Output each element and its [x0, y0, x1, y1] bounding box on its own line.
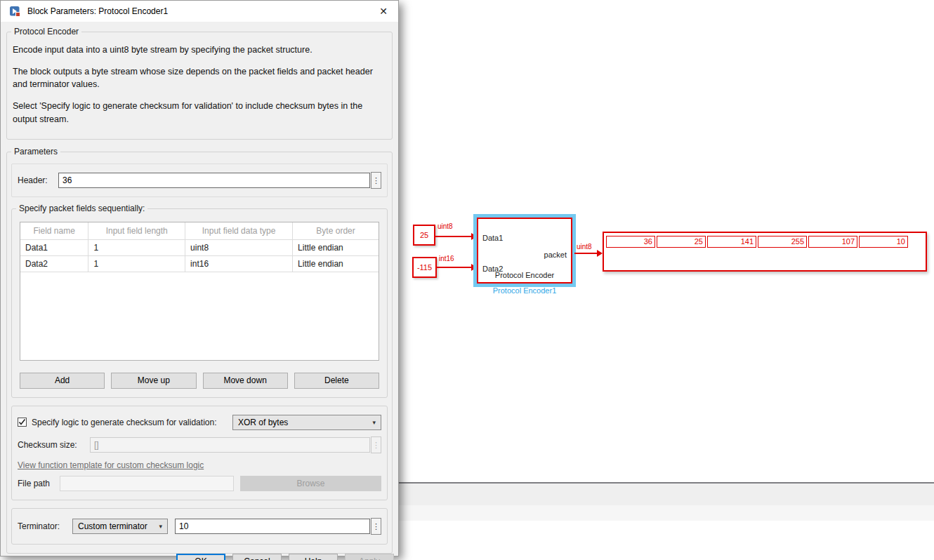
cell-byte-order[interactable]: Little endian — [293, 256, 379, 272]
statusbar-lower — [393, 505, 934, 521]
dropdown-arrow-icon: ▾ — [365, 419, 376, 426]
apply-button: Apply — [345, 554, 394, 560]
header-input[interactable] — [58, 173, 370, 188]
terminator-actions-button[interactable]: ⋮ — [371, 518, 381, 535]
signal-wire[interactable] — [435, 236, 472, 237]
terminator-input[interactable] — [175, 519, 370, 534]
parameters-group: Parameters Header: ⋮ Specify packet fiel… — [6, 152, 393, 554]
checksum-size-input — [90, 437, 370, 453]
display-block[interactable]: 36 25 141 255 107 10 — [603, 232, 927, 272]
block-type-label: Protocol Encoder — [478, 271, 571, 279]
view-template-link[interactable]: View function template for custom checks… — [18, 460, 204, 470]
constant-value: 25 — [420, 231, 428, 239]
ok-button[interactable]: OK — [176, 554, 225, 560]
display-value: 10 — [859, 236, 908, 248]
cell-byte-order[interactable]: Little endian — [293, 240, 379, 256]
display-value: 141 — [707, 236, 756, 248]
move-down-button[interactable]: Move down — [203, 373, 288, 389]
packet-fields-table[interactable]: Field name Input field length Input fiel… — [20, 222, 379, 361]
table-buttons-row: Add Move up Move down Delete — [20, 373, 379, 389]
display-value: 107 — [808, 236, 857, 248]
terminator-group: Terminator: Custom terminator ▾ ⋮ — [11, 508, 388, 545]
terminator-label: Terminator: — [18, 521, 72, 531]
help-button[interactable]: Help — [289, 554, 338, 560]
signal-label-int16: int16 — [439, 255, 454, 262]
dropdown-arrow-icon: ▾ — [152, 523, 162, 530]
header-label: Header: — [18, 175, 58, 185]
header-field-box: Header: ⋮ — [11, 164, 388, 197]
header-actions-button[interactable]: ⋮ — [371, 172, 381, 189]
checksum-group: Specify logic to generate checksum for v… — [11, 406, 388, 500]
block-parameters-dialog: Block Parameters: Protocol Encoder1 ✕ Pr… — [0, 0, 399, 556]
constant-block-neg115[interactable]: -115 — [412, 257, 437, 278]
description-group: Protocol Encoder Encode input data into … — [6, 32, 393, 140]
display-value: 36 — [606, 236, 655, 248]
cancel-button[interactable]: Cancel — [232, 554, 282, 560]
dialog-body: Protocol Encoder Encode input data into … — [1, 22, 398, 560]
close-icon[interactable]: ✕ — [369, 1, 398, 22]
parameters-group-title: Parameters — [11, 147, 60, 156]
move-up-button[interactable]: Move up — [111, 373, 196, 389]
constant-block-25[interactable]: 25 — [413, 225, 435, 246]
column-header-input-field-length: Input field length — [88, 222, 185, 240]
checksum-size-label: Checksum size: — [18, 440, 90, 450]
description-paragraph: Encode input data into a uint8 byte stre… — [13, 44, 386, 56]
cell-input-field-length[interactable]: 1 — [88, 256, 185, 272]
dialog-titlebar[interactable]: Block Parameters: Protocol Encoder1 ✕ — [1, 1, 398, 22]
description-group-title: Protocol Encoder — [11, 27, 81, 36]
file-path-input — [60, 476, 234, 491]
checkbox-checked-icon — [18, 418, 26, 426]
file-path-label: File path — [18, 479, 60, 488]
display-value: 255 — [758, 236, 807, 248]
protocol-encoder-block[interactable]: Data1 Data2 packet Protocol Encoder — [477, 218, 572, 284]
checksum-checkbox[interactable] — [18, 418, 27, 427]
dialog-title: Block Parameters: Protocol Encoder1 — [27, 6, 369, 16]
port-label-data1: Data1 — [482, 234, 503, 242]
cell-field-name[interactable]: Data1 — [20, 240, 88, 256]
table-row[interactable]: Data1 1 uint8 Little endian — [20, 240, 379, 256]
packet-fields-group: Specify packet fields sequentially: Fiel… — [11, 208, 388, 398]
signal-label-uint8: uint8 — [438, 222, 453, 230]
checksum-size-actions-button: ⋮ — [371, 436, 381, 453]
cell-input-field-length[interactable]: 1 — [88, 240, 185, 256]
description-paragraph: The block outputs a byte stream whose si… — [13, 65, 386, 91]
statusbar — [393, 484, 934, 505]
signal-wire[interactable] — [437, 267, 472, 268]
packet-fields-title: Specify packet fields sequentially: — [16, 204, 147, 213]
column-header-input-field-data-type: Input field data type — [185, 222, 293, 240]
checksum-algorithm-value: XOR of bytes — [238, 418, 288, 427]
block-name-label[interactable]: Protocol Encoder1 — [452, 286, 597, 295]
browse-button: Browse — [240, 476, 381, 491]
add-button[interactable]: Add — [20, 373, 105, 389]
simulink-block-icon — [9, 6, 21, 18]
dialog-footer: OK Cancel Help Apply — [5, 554, 394, 560]
port-label-packet: packet — [544, 251, 567, 259]
table-row[interactable]: Data2 1 int16 Little endian — [20, 256, 379, 272]
checksum-checkbox-label: Specify logic to generate checksum for v… — [32, 418, 232, 427]
cell-input-field-data-type[interactable]: int16 — [185, 256, 293, 272]
cell-input-field-data-type[interactable]: uint8 — [185, 240, 293, 256]
column-header-field-name: Field name — [20, 222, 88, 240]
display-values-row: 36 25 141 255 107 10 — [606, 236, 908, 248]
display-value: 25 — [657, 236, 706, 248]
description-paragraph: Select 'Specify logic to generate checks… — [13, 100, 386, 125]
wire-arrow-icon — [597, 250, 603, 257]
checksum-algorithm-dropdown[interactable]: XOR of bytes ▾ — [232, 415, 381, 430]
terminator-mode-dropdown[interactable]: Custom terminator ▾ — [72, 519, 168, 534]
constant-value: -115 — [417, 263, 432, 272]
selection-highlight: Data1 Data2 packet Protocol Encoder — [473, 214, 576, 287]
column-header-byte-order: Byte order — [293, 222, 379, 240]
signal-label-out-uint8: uint8 — [577, 243, 592, 251]
delete-button[interactable]: Delete — [294, 373, 379, 389]
terminator-mode-value: Custom terminator — [78, 521, 147, 531]
signal-wire[interactable] — [574, 253, 598, 254]
cell-field-name[interactable]: Data2 — [20, 256, 88, 272]
